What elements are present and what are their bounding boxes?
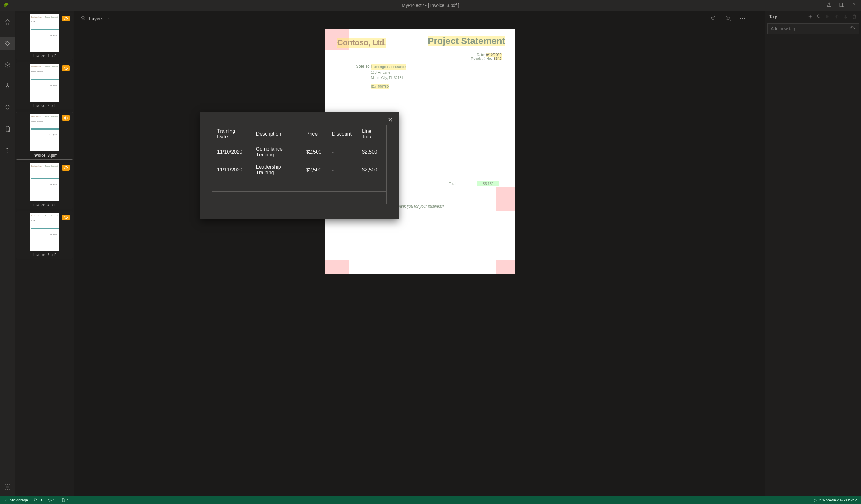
thumbnail-preview: Contoso, Ltd.Project Statement Sold To H… [30, 163, 59, 201]
table-cell: 11/11/2020 [212, 161, 251, 179]
rename-tag-icon [825, 14, 831, 19]
zoom-out-icon[interactable] [711, 15, 717, 22]
doc-heading: Project Statement [428, 36, 505, 46]
table-header-cell: Training Date [212, 125, 251, 143]
svg-point-29 [816, 500, 817, 501]
svg-point-7 [65, 68, 66, 69]
table-cell [327, 192, 357, 204]
table-cell: $2,500 [357, 143, 386, 161]
thumbnail-preview: Contoso, Ltd.Project Statement Sold To H… [30, 64, 59, 102]
nav-model[interactable] [0, 58, 15, 71]
eye-icon[interactable] [62, 214, 70, 220]
table-row [212, 192, 387, 204]
search-tag-icon[interactable] [816, 14, 822, 19]
thumbnail-label: Invoice_5.pdf [18, 253, 71, 257]
thumbnail-item[interactable]: Contoso, Ltd.Project Statement Sold To H… [16, 112, 73, 159]
svg-point-8 [65, 117, 66, 118]
table-cell [301, 179, 327, 192]
document-area[interactable]: Contoso, Ltd. Project Statement Date: 9/… [74, 26, 765, 496]
doc-company: Contoso, Ltd. [337, 38, 386, 47]
thumbnail-label: Invoice_3.pdf [18, 153, 71, 158]
tag-input[interactable] [771, 26, 850, 31]
table-cell: $2,500 [301, 161, 327, 179]
doc-soldto-label: Sold To [356, 64, 370, 69]
close-icon[interactable]: ✕ [388, 116, 393, 124]
table-row [212, 179, 387, 192]
viewer: Layers Contoso, Ltd. Project Statement D… [74, 11, 765, 496]
tags-title: Tags [769, 14, 779, 19]
storage-indicator[interactable]: MyStorage [4, 498, 28, 502]
thumbnail-label: Invoice_1.pdf [18, 54, 71, 58]
tag-input-row[interactable] [767, 23, 859, 34]
thumbnail-item[interactable]: Contoso, Ltd.Project Statement Sold To H… [16, 62, 73, 110]
more-icon[interactable] [739, 15, 746, 22]
thumbnail-panel: Contoso, Ltd.Project Statement Sold To H… [15, 11, 74, 496]
table-cell [212, 179, 251, 192]
thumbnail-item[interactable]: Contoso, Ltd.Project Statement Sold To H… [16, 13, 73, 60]
doc-meta: Date: 9/10/2020 Receipt # No.: 8642 [471, 53, 501, 60]
help-icon[interactable] [851, 2, 857, 9]
table-cell [251, 192, 301, 204]
svg-point-10 [65, 217, 66, 218]
eye-icon[interactable] [62, 115, 70, 121]
svg-point-27 [814, 499, 815, 499]
thumbnail-item[interactable]: Contoso, Ltd.Project Statement Sold To H… [16, 211, 73, 258]
doc-customer: Humongous Insurance 123 Fir Lane Maple C… [371, 64, 406, 89]
table-header-cell: Description [251, 125, 301, 143]
table-header-row: Training DateDescriptionPriceDiscountLin… [212, 125, 387, 143]
table-cell: - [327, 161, 357, 179]
layers-label: Layers [89, 16, 103, 21]
svg-point-19 [742, 18, 743, 19]
svg-line-15 [729, 19, 731, 21]
table-cell [357, 179, 386, 192]
table-header-cell: Line Total [357, 125, 386, 143]
thumbnail-label: Invoice_4.pdf [18, 203, 71, 207]
titlebar: MyProject2 - [ Invoice_3.pdf ] [0, 0, 861, 11]
layers-dropdown[interactable]: Layers [80, 15, 111, 21]
table-header-cell: Discount [327, 125, 357, 143]
add-tag-icon[interactable] [807, 14, 813, 19]
table-cell [251, 179, 301, 192]
thumbnail-preview: Contoso, Ltd.Project Statement Sold To H… [30, 14, 59, 52]
nav-doc-settings[interactable] [0, 123, 15, 135]
doc-total-value: $5,150 [477, 181, 500, 186]
eye-icon[interactable] [62, 16, 70, 22]
svg-point-9 [65, 167, 66, 168]
svg-point-18 [740, 18, 741, 19]
thumbnail-item[interactable]: Contoso, Ltd.Project Statement Sold To H… [16, 162, 73, 209]
zoom-in-icon[interactable] [725, 15, 732, 22]
thumbnail-preview: Contoso, Ltd.Project Statement Sold To H… [30, 114, 59, 151]
doc-total-label: Total [449, 182, 456, 186]
nav-home[interactable] [0, 16, 15, 28]
delete-tag-icon [851, 14, 857, 19]
tag-count: 0 [34, 498, 42, 502]
move-down-icon [843, 14, 848, 19]
tags-panel: Tags [765, 11, 861, 496]
table-cell: - [327, 143, 357, 161]
nav-connections[interactable] [0, 144, 15, 157]
extracted-table: Training DateDescriptionPriceDiscountLin… [212, 125, 387, 204]
nav-analyze[interactable] [0, 101, 15, 114]
chevron-down-icon[interactable] [754, 15, 759, 22]
svg-rect-0 [839, 3, 844, 6]
table-header-cell: Price [301, 125, 327, 143]
eye-icon[interactable] [62, 66, 70, 71]
panel-toggle-icon[interactable] [839, 2, 845, 9]
statusbar: MyStorage 0 5 5 2.1-preview.1-530545c [0, 496, 861, 504]
table-modal: ✕ Training DateDescriptionPriceDiscountL… [200, 112, 399, 219]
visited-count: 5 [47, 498, 56, 502]
version-indicator: 2.1-preview.1-530545c [813, 498, 857, 502]
eye-icon[interactable] [62, 165, 70, 170]
share-icon[interactable] [826, 2, 832, 9]
nav-settings[interactable] [0, 481, 15, 493]
tag-icon [850, 26, 856, 31]
nav-tags[interactable] [0, 37, 15, 50]
svg-point-20 [744, 18, 745, 19]
table-cell [327, 179, 357, 192]
nav-merge[interactable] [0, 80, 15, 93]
table-cell: Compliance Training [251, 143, 301, 161]
svg-line-24 [820, 17, 821, 18]
viewer-toolbar: Layers [74, 11, 765, 26]
svg-point-28 [814, 501, 815, 502]
app-logo-icon [3, 2, 10, 9]
